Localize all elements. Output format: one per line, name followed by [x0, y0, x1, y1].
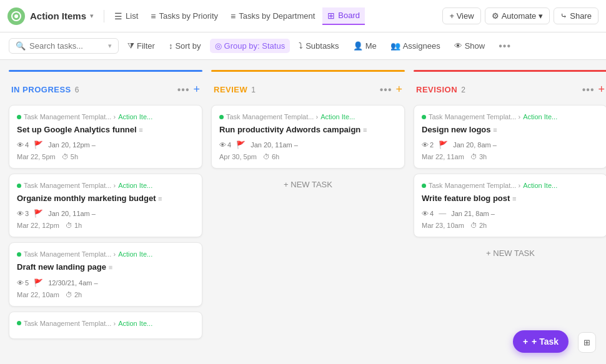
due-date: Mar 23, 10am: [422, 222, 464, 229]
gray-flag-icon: —: [439, 209, 446, 218]
sort-icon: ↕: [169, 41, 173, 51]
card-dates: Mar 22, 10am ⏱ 2h: [17, 291, 194, 298]
card-title: Organize monthly marketing budget ≡: [17, 193, 194, 204]
nav-board[interactable]: ⊞ Board: [322, 7, 365, 25]
search-box[interactable]: 🔍 ▾: [9, 38, 119, 54]
column-header: REVIEW 1 ••• +: [211, 79, 405, 100]
eye-icon: 👁: [422, 210, 429, 217]
column-title: REVISION: [416, 85, 457, 94]
assignees-button[interactable]: 👥 Assignees: [385, 39, 445, 53]
me-button[interactable]: 👤 Me: [348, 39, 382, 53]
card-meta: 👁 5 🚩 12/30/21, 4am –: [17, 278, 194, 287]
priority-icon: ≡: [151, 11, 156, 21]
column-title: REVIEW: [214, 85, 247, 94]
title-chevron-icon[interactable]: ▾: [90, 12, 94, 20]
automate-button[interactable]: ⚙ Automate ▾: [485, 7, 550, 24]
nav-priority[interactable]: ≡ Tasks by Priority: [146, 8, 223, 24]
card-dates: Apr 30, 5pm ⏱ 6h: [219, 153, 397, 160]
nav-title: Action Items: [30, 11, 86, 21]
eye-icon: 👁: [17, 141, 24, 149]
filter-icon: ⧩: [127, 41, 134, 51]
plus-icon: +: [523, 337, 528, 347]
nav-separator: [104, 10, 104, 22]
task-card[interactable]: Task Management Templat... › Action Ite.…: [9, 105, 202, 169]
task-card[interactable]: Task Management Templat... › Action Ite.…: [414, 174, 606, 237]
time-estimate: ⏱ 2h: [66, 291, 82, 298]
card-date: Jan 20, 12pm –: [48, 141, 96, 149]
due-date: Mar 22, 10am: [17, 291, 59, 298]
card-date: 12/30/21, 4am –: [48, 279, 98, 287]
card-dates: Mar 22, 11am ⏱ 3h: [422, 153, 599, 160]
sort-button[interactable]: ↕ Sort by: [164, 39, 206, 53]
column-line: [211, 70, 405, 72]
task-card[interactable]: Task Management Templat... › Action Ite.…: [9, 242, 202, 306]
column-more-icon[interactable]: •••: [177, 84, 190, 96]
card-title: Run productivity Adwords campaign ≡: [219, 124, 397, 135]
board-icon: ⊞: [327, 11, 335, 21]
card-title: Design new logos ≡: [422, 124, 599, 135]
group-icon: ◎: [215, 41, 222, 51]
show-button[interactable]: 👁 Show: [449, 39, 490, 53]
watch-count: 👁 4: [17, 141, 29, 149]
breadcrumb-dot: [17, 115, 21, 119]
add-view-button[interactable]: + View: [442, 7, 480, 24]
task-card[interactable]: Task Management Templat... › Action Ite.…: [9, 174, 202, 237]
nav-list[interactable]: ☰ List: [109, 8, 143, 24]
card-date: Jan 20, 8am –: [453, 141, 497, 149]
column-count: 1: [251, 86, 256, 94]
show-icon: 👁: [454, 41, 462, 51]
card-date: Jan 21, 8am –: [451, 210, 495, 217]
column-more-icon[interactable]: •••: [380, 84, 392, 96]
column-header: IN PROGRESS 6 ••• +: [9, 79, 202, 100]
grid-view-button[interactable]: ⊞: [578, 332, 596, 353]
card-breadcrumb: Task Management Templat... › Action Ite.…: [17, 113, 194, 121]
department-icon: ≡: [231, 11, 236, 21]
watch-count: 👁 3: [17, 210, 29, 217]
card-title: Draft new landing page ≡: [17, 262, 194, 273]
red-flag-icon: 🚩: [34, 140, 43, 149]
top-nav: Action Items ▾ ☰ List ≡ Tasks by Priorit…: [0, 0, 606, 32]
task-card[interactable]: Task Management Templat... › Action Ite.…: [414, 105, 606, 169]
subtasks-button[interactable]: ⤵ Subtasks: [294, 39, 344, 53]
column-add-button[interactable]: +: [395, 83, 402, 96]
task-card[interactable]: Task Management Templat... › Action Ite.…: [211, 105, 405, 169]
card-title: Set up Google Analytics funnel ≡: [17, 124, 194, 135]
more-options-button[interactable]: •••: [494, 38, 516, 54]
search-input[interactable]: [29, 41, 104, 51]
nav-department[interactable]: ≡ Tasks by Department: [226, 8, 320, 24]
card-meta: 👁 4 🚩 Jan 20, 11am –: [219, 140, 397, 149]
list-icon: ☰: [114, 11, 122, 21]
column-add-button[interactable]: +: [193, 83, 200, 96]
column-count: 6: [75, 86, 79, 94]
blue-flag-icon: 🚩: [236, 140, 246, 149]
card-meta: 👁 2 🚩 Jan 20, 8am –: [422, 140, 599, 149]
due-date: Mar 22, 5pm: [17, 153, 56, 160]
automate-icon: ⚙: [492, 11, 499, 21]
card-meta: 👁 3 🚩 Jan 20, 11am –: [17, 209, 194, 218]
breadcrumb-dot: [422, 184, 426, 188]
card-meta: 👁 4 — Jan 21, 8am –: [422, 209, 599, 218]
nav-right-actions: + View ⚙ Automate ▾ ⤷ Share: [442, 7, 599, 24]
share-icon: ⤷: [560, 11, 567, 21]
card-breadcrumb: Task Management Templat... › Action Ite.…: [17, 320, 194, 327]
share-button[interactable]: ⤷ Share: [554, 7, 599, 24]
time-estimate: ⏱ 3h: [470, 153, 487, 160]
new-task-button[interactable]: + NEW TASK: [414, 242, 606, 264]
breadcrumb-dot: [17, 252, 21, 257]
new-task-button[interactable]: + NEW TASK: [211, 174, 405, 195]
column-line: [414, 70, 606, 72]
filter-button[interactable]: ⧩ Filter: [122, 39, 160, 54]
column-more-icon[interactable]: •••: [582, 84, 595, 96]
eye-icon: 👁: [422, 141, 429, 149]
task-card[interactable]: Task Management Templat... › Action Ite.…: [9, 312, 202, 339]
search-icon: 🔍: [16, 41, 26, 51]
card-dates: Mar 22, 12pm ⏱ 1h: [17, 222, 194, 229]
red-flag-icon: 🚩: [439, 140, 448, 149]
automate-chevron-icon: ▾: [539, 11, 543, 21]
time-estimate: ⏱ 2h: [470, 222, 487, 229]
column-add-button[interactable]: +: [598, 83, 605, 96]
breadcrumb-dot: [17, 184, 21, 188]
new-task-fab[interactable]: + + Task: [513, 330, 569, 353]
search-chevron-icon[interactable]: ▾: [108, 42, 112, 50]
group-by-button[interactable]: ◎ Group by: Status: [210, 39, 291, 53]
